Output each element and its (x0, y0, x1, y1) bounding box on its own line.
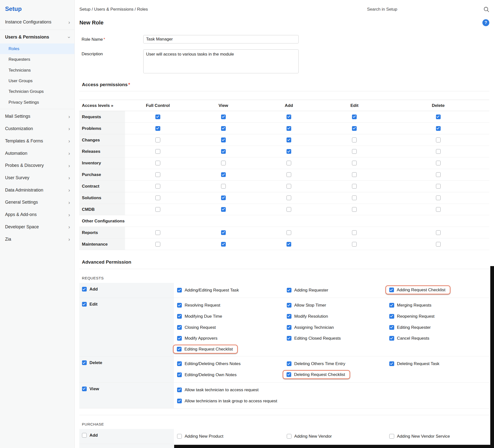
checkbox-solutions-edit[interactable] (352, 195, 357, 200)
checkbox-problems-view[interactable] (221, 126, 226, 131)
checkbox-releases-full-control[interactable] (155, 149, 160, 154)
checkbox-reports-delete[interactable] (436, 230, 441, 235)
help-icon[interactable]: ? (482, 19, 489, 26)
sidebar-item-zia[interactable]: Zia› (0, 233, 74, 245)
checkbox-contract-add[interactable] (287, 184, 291, 189)
checkbox-inventory-delete[interactable] (436, 161, 441, 165)
checkbox-purchase-edit[interactable] (352, 172, 357, 177)
sidebar-item-technician-groups[interactable]: Technician Groups (0, 86, 74, 97)
sidebar-item-roles[interactable]: Roles (0, 43, 74, 54)
checkbox-problems-edit[interactable] (352, 126, 357, 131)
checkbox-reports-view[interactable] (221, 230, 226, 235)
checkbox-changes-delete[interactable] (436, 137, 441, 142)
checkbox-adding-request-checklist[interactable] (389, 288, 394, 292)
checkbox-allow-task-technician-to-access-request[interactable] (177, 388, 182, 392)
description-input[interactable]: User will access to various tasks in the… (143, 49, 299, 73)
checkbox-requests-add[interactable] (287, 115, 291, 119)
checkbox-maintenance-view[interactable] (221, 242, 226, 247)
sidebar-item-data-administration[interactable]: Data Administration› (0, 184, 74, 196)
checkbox-maintenance-full-control[interactable] (155, 242, 160, 247)
search-input[interactable]: Search in Setup (367, 6, 489, 12)
checkbox-solutions-delete[interactable] (436, 195, 441, 200)
checkbox-contract-delete[interactable] (436, 184, 441, 189)
checkbox-requests-delete[interactable] (436, 115, 441, 119)
checkbox-cmdb-full-control[interactable] (155, 207, 160, 212)
checkbox-requests-edit[interactable] (82, 302, 87, 307)
checkbox-reports-full-control[interactable] (155, 230, 160, 235)
role-name-input[interactable] (143, 35, 299, 43)
checkbox-cancel-requests[interactable] (389, 336, 394, 341)
sidebar-item-user-groups[interactable]: User Groups (0, 76, 74, 86)
checkbox-reports-add[interactable] (287, 230, 291, 235)
sidebar-item-general-settings[interactable]: General Settings› (0, 196, 74, 209)
sidebar-item-automation[interactable]: Automation› (0, 147, 74, 159)
checkbox-contract-full-control[interactable] (155, 184, 160, 189)
sidebar-item-apps-add-ons[interactable]: Apps & Add-ons› (0, 209, 74, 221)
checkbox-problems-delete[interactable] (436, 126, 441, 131)
sidebar-item-technicians[interactable]: Technicians (0, 65, 74, 75)
sidebar-item-requesters[interactable]: Requesters (0, 54, 74, 65)
checkbox-maintenance-delete[interactable] (436, 242, 441, 247)
checkbox-inventory-full-control[interactable] (155, 161, 160, 165)
checkbox-purchase-full-control[interactable] (155, 172, 160, 177)
checkbox-resolving-request[interactable] (177, 303, 182, 308)
checkbox-adding-requester[interactable] (287, 288, 291, 292)
sidebar-item-privacy-settings[interactable]: Privacy Settings (0, 97, 74, 107)
checkbox-problems-full-control[interactable] (155, 126, 160, 131)
checkbox-cmdb-add[interactable] (287, 207, 291, 212)
checkbox-changes-view[interactable] (221, 137, 226, 142)
checkbox-requests-full-control[interactable] (155, 115, 160, 119)
checkbox-modifying-due-time[interactable] (177, 314, 182, 319)
checkbox-inventory-add[interactable] (287, 161, 291, 165)
checkbox-reopening-request[interactable] (389, 314, 394, 319)
checkbox-requests-add[interactable] (82, 287, 87, 292)
checkbox-requests-view[interactable] (221, 115, 226, 119)
checkbox-assigning-technician[interactable] (287, 325, 291, 330)
checkbox-adding-new-vendor[interactable] (287, 434, 291, 439)
checkbox-requests-delete[interactable] (82, 360, 87, 365)
checkbox-reports-edit[interactable] (352, 230, 357, 235)
checkbox-contract-view[interactable] (221, 184, 226, 189)
checkbox-adding-editing-request-task[interactable] (177, 288, 182, 292)
checkbox-adding-new-vendor-service[interactable] (389, 434, 394, 439)
sidebar-item-users-permissions[interactable]: Users & Permissions› (0, 31, 74, 43)
checkbox-releases-edit[interactable] (352, 149, 357, 154)
checkbox-deleting-others-time-entry[interactable] (287, 361, 291, 366)
sidebar-item-probes-discovery[interactable]: Probes & Discovery› (0, 159, 74, 172)
checkbox-problems-add[interactable] (287, 126, 291, 131)
checkbox-merging-requests[interactable] (389, 303, 394, 308)
checkbox-editing-requester[interactable] (389, 325, 394, 330)
sidebar-item-developer-space[interactable]: Developer Space› (0, 221, 74, 233)
checkbox-solutions-full-control[interactable] (155, 195, 160, 200)
checkbox-contract-edit[interactable] (352, 184, 357, 189)
checkbox-allow-stop-timer[interactable] (287, 303, 291, 308)
checkbox-solutions-add[interactable] (287, 195, 291, 200)
checkbox-purchase-view[interactable] (221, 172, 226, 177)
checkbox-inventory-view[interactable] (221, 161, 226, 165)
checkbox-editing-deleting-own-notes[interactable] (177, 372, 182, 377)
checkbox-modify-resolution[interactable] (287, 314, 291, 319)
checkbox-cmdb-view[interactable] (221, 207, 226, 212)
checkbox-maintenance-edit[interactable] (352, 242, 357, 247)
checkbox-releases-view[interactable] (221, 149, 226, 154)
checkbox-changes-full-control[interactable] (155, 137, 160, 142)
checkbox-cmdb-delete[interactable] (436, 207, 441, 212)
checkbox-inventory-edit[interactable] (352, 161, 357, 165)
search-icon[interactable] (483, 6, 489, 12)
checkbox-closing-request[interactable] (177, 325, 182, 330)
vertical-scrollbar[interactable] (490, 266, 494, 448)
sidebar-item-customization[interactable]: Customization› (0, 123, 74, 135)
checkbox-solutions-view[interactable] (221, 195, 226, 200)
checkbox-releases-add[interactable] (287, 149, 291, 154)
checkbox-adding-new-product[interactable] (177, 434, 182, 439)
checkbox-deleting-request-task[interactable] (389, 361, 394, 366)
checkbox-changes-edit[interactable] (352, 137, 357, 142)
checkbox-changes-add[interactable] (287, 137, 291, 142)
checkbox-editing-request-checklist[interactable] (177, 347, 182, 351)
checkbox-modify-approvers[interactable] (177, 336, 182, 341)
checkbox-releases-delete[interactable] (436, 149, 441, 154)
checkbox-requests-view[interactable] (82, 387, 87, 391)
sidebar-item-mail-settings[interactable]: Mail Settings› (0, 110, 74, 123)
sidebar-item-instance-configurations[interactable]: Instance Configurations› (0, 16, 74, 28)
checkbox-purchase-add[interactable] (82, 433, 87, 438)
